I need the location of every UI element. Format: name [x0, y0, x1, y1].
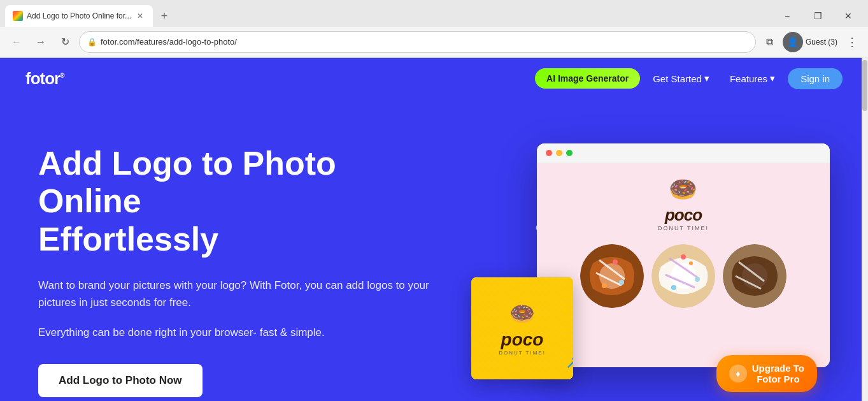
svg-point-14 [689, 261, 693, 265]
tab-bar: Add Logo to Photo Online for... ✕ + − ❐ … [0, 0, 868, 27]
svg-point-11 [681, 254, 686, 259]
tab-title: Add Logo to Photo Online for... [27, 11, 131, 20]
tab-close-button[interactable]: ✕ [135, 11, 145, 21]
upgrade-label: Upgrade To Fotor Pro [752, 363, 804, 384]
svg-point-13 [671, 285, 676, 290]
ai-generator-button[interactable]: AI Image Generator [535, 68, 640, 89]
tab-favicon [13, 11, 23, 21]
features-button[interactable]: Features ▾ [722, 68, 783, 89]
hero-desc1: Want to brand your pictures with your lo… [38, 277, 433, 311]
hero-visual: ↪ 🍩 poco DONUT TIME! [433, 137, 830, 401]
mockup-titlebar [537, 143, 830, 163]
profile-label: Guest (3) [806, 38, 837, 47]
profile-icon[interactable]: 👤 [783, 32, 803, 52]
dot-green [566, 150, 573, 156]
features-chevron-icon: ▾ [770, 73, 775, 84]
extensions-button[interactable]: ⧉ [760, 32, 780, 52]
hero-desc2: Everything can be done right in your bro… [38, 324, 433, 341]
card-donut-icon: 🍩 [509, 302, 535, 326]
nav-links: AI Image Generator Get Started ▾ Feature… [535, 68, 843, 89]
minimize-button[interactable]: − [772, 5, 802, 27]
back-button[interactable]: ← [6, 32, 27, 52]
donut-1 [580, 244, 644, 308]
poco-donut-icon: 🍩 [669, 176, 697, 203]
new-tab-button[interactable]: + [155, 7, 173, 25]
svg-point-12 [695, 277, 700, 282]
cta-button[interactable]: Add Logo to Photo Now [38, 364, 203, 397]
site-nav: fotor® AI Image Generator Get Started ▾ … [0, 58, 868, 99]
svg-point-4 [613, 259, 618, 265]
upgrade-diamond-icon: ♦ [729, 365, 747, 383]
website: fotor® AI Image Generator Get Started ▾ … [0, 58, 868, 401]
logo-card: 🍩 poco DONUT TIME! ↗ [471, 277, 573, 379]
scrollbar-thumb[interactable] [862, 60, 867, 111]
maximize-button[interactable]: ❐ [803, 5, 832, 27]
mockup-content: 🍩 poco DONUT TIME! [537, 163, 830, 367]
browser-chrome: Add Logo to Photo Online for... ✕ + − ❐ … [0, 0, 868, 58]
sign-in-button[interactable]: Sign in [788, 68, 843, 89]
refresh-button[interactable]: ↻ [55, 32, 75, 52]
cursor-icon: ↗ [565, 352, 573, 373]
dot-red [546, 150, 552, 156]
browser-menu-button[interactable]: ⋮ [841, 32, 862, 52]
lock-icon: 🔒 [87, 38, 97, 47]
nav-bar: ← → ↻ 🔒 fotor.com/features/add-logo-to-p… [0, 27, 868, 57]
dot-yellow [556, 150, 562, 156]
svg-point-6 [602, 283, 607, 288]
get-started-chevron-icon: ▾ [704, 73, 709, 84]
scrollbar[interactable] [862, 57, 868, 401]
upgrade-button[interactable]: ♦ Upgrade To Fotor Pro [716, 355, 817, 392]
poco-logo-area: 🍩 poco DONUT TIME! [658, 176, 709, 231]
card-poco-name: poco [501, 330, 544, 350]
card-content: 🍩 poco DONUT TIME! [499, 302, 546, 356]
browser-tab[interactable]: Add Logo to Photo Online for... ✕ [5, 5, 153, 27]
window-controls: − ❐ ✕ [772, 5, 863, 27]
address-bar[interactable]: 🔒 fotor.com/features/add-logo-to-photo/ [79, 31, 756, 53]
card-poco-tagline: DONUT TIME! [499, 350, 546, 356]
hero-title: Add Logo to Photo Online Effortlessly [38, 145, 433, 259]
hero-section: Add Logo to Photo Online Effortlessly Wa… [0, 99, 868, 401]
svg-point-5 [619, 280, 624, 285]
donut-2 [651, 244, 715, 308]
profile-area: ⧉ 👤 Guest (3) [760, 32, 837, 52]
poco-tagline: DONUT TIME! [658, 225, 709, 231]
poco-name: poco [665, 205, 702, 225]
close-button[interactable]: ✕ [834, 5, 863, 27]
get-started-button[interactable]: Get Started ▾ [645, 68, 717, 89]
donut-3 [723, 244, 786, 308]
hero-text: Add Logo to Photo Online Effortlessly Wa… [38, 145, 433, 398]
address-text: fotor.com/features/add-logo-to-photo/ [101, 37, 237, 47]
donuts-row [580, 244, 786, 308]
browser-mockup: 🍩 poco DONUT TIME! [537, 143, 830, 367]
forward-button[interactable]: → [31, 32, 51, 52]
site-logo[interactable]: fotor® [25, 69, 64, 89]
